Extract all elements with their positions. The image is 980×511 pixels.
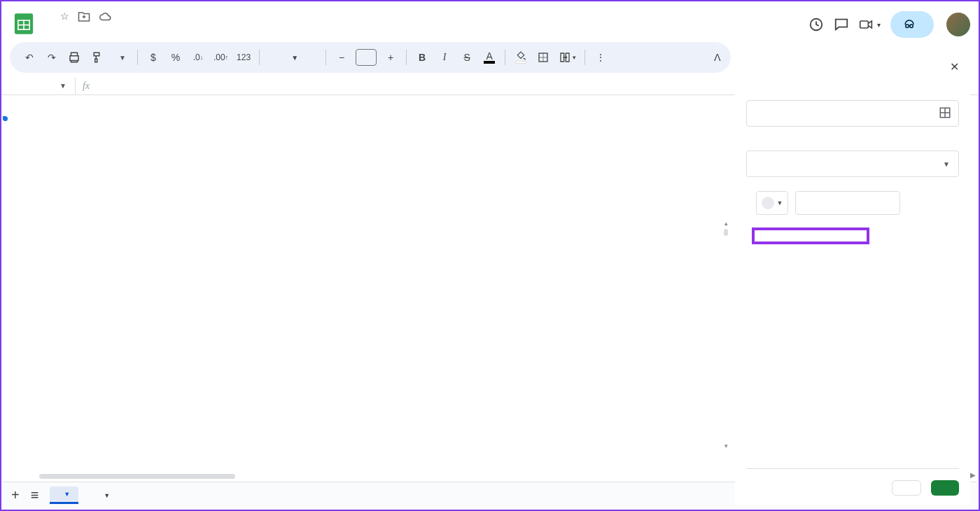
toolbar: ↶ ↷ ▼ $ % .0↓ .00↑ 123 ▼ − + B I S A ▾ ⋮…	[10, 42, 731, 73]
menu-view[interactable]	[70, 29, 81, 35]
print-button[interactable]	[64, 47, 84, 68]
add-item-highlight	[752, 227, 869, 244]
meet-icon[interactable]: ▾	[859, 18, 881, 31]
more-formats-button[interactable]: 123	[234, 47, 253, 68]
svg-rect-4	[860, 21, 869, 28]
percent-button[interactable]: %	[166, 47, 186, 68]
increase-decimal-button[interactable]: .00↑	[211, 47, 231, 68]
menu-format[interactable]	[95, 29, 106, 35]
zoom-select[interactable]: ▼	[109, 47, 132, 68]
done-button[interactable]	[931, 480, 959, 496]
share-button[interactable]	[890, 11, 934, 38]
borders-button[interactable]	[533, 47, 553, 68]
text-color-button[interactable]: A	[479, 47, 499, 68]
merge-button[interactable]: ▾	[556, 47, 579, 68]
tab-sheet1[interactable]: ▼	[50, 486, 78, 504]
add-sheet-button[interactable]: +	[11, 487, 20, 503]
collapse-toolbar-button[interactable]: ᐱ	[714, 52, 721, 63]
menu-tools[interactable]	[120, 29, 132, 35]
cloud-icon[interactable]	[99, 10, 113, 25]
all-sheets-button[interactable]: ≡	[31, 487, 39, 503]
comment-icon[interactable]	[834, 17, 849, 32]
vertical-scrollbar[interactable]: ▴▾	[721, 220, 731, 449]
redo-button[interactable]: ↷	[42, 47, 62, 68]
fill-color-button[interactable]	[511, 47, 531, 68]
document-title[interactable]	[45, 16, 53, 19]
move-icon[interactable]	[78, 10, 90, 25]
font-size-input[interactable]	[356, 49, 377, 66]
undo-button[interactable]: ↶	[20, 47, 39, 68]
account-avatar[interactable]	[946, 13, 970, 36]
more-toolbar-button[interactable]: ⋮	[591, 47, 610, 68]
star-icon[interactable]: ☆	[60, 10, 69, 25]
close-icon[interactable]: ✕	[950, 60, 959, 74]
decrease-font-button[interactable]: −	[332, 47, 351, 68]
data-validation-panel: ✕ ▼ ▼	[735, 49, 970, 505]
select-range-icon[interactable]	[939, 106, 951, 121]
paint-format-button[interactable]	[87, 47, 106, 68]
menu-data[interactable]	[108, 29, 119, 35]
range-input[interactable]	[746, 100, 959, 127]
spreadsheet-grid[interactable]: ▴▾	[3, 102, 732, 486]
item-value-input[interactable]	[795, 191, 900, 215]
history-icon[interactable]	[808, 17, 824, 32]
menu-bar	[45, 29, 802, 35]
decrease-decimal-button[interactable]: .0↓	[188, 47, 208, 68]
menu-insert[interactable]	[83, 29, 94, 35]
tab-sheet2[interactable]: ▼	[90, 488, 118, 503]
increase-font-button[interactable]: +	[381, 47, 400, 68]
currency-button[interactable]: $	[144, 47, 163, 68]
sheets-logo[interactable]	[10, 10, 38, 38]
bold-button[interactable]: B	[412, 47, 432, 68]
menu-edit[interactable]	[57, 29, 69, 35]
remove-rule-button[interactable]	[892, 480, 921, 496]
fx-icon: fx	[83, 80, 90, 92]
menu-file[interactable]	[45, 29, 56, 35]
menu-extensions[interactable]	[133, 29, 144, 35]
italic-button[interactable]: I	[435, 47, 454, 68]
strikethrough-button[interactable]: S	[457, 47, 477, 68]
criteria-select[interactable]: ▼	[746, 150, 959, 177]
menu-help[interactable]	[146, 29, 157, 35]
font-select[interactable]: ▼	[265, 47, 320, 68]
name-box[interactable]: ▼	[1, 77, 76, 94]
item-color-select[interactable]: ▼	[756, 191, 788, 215]
